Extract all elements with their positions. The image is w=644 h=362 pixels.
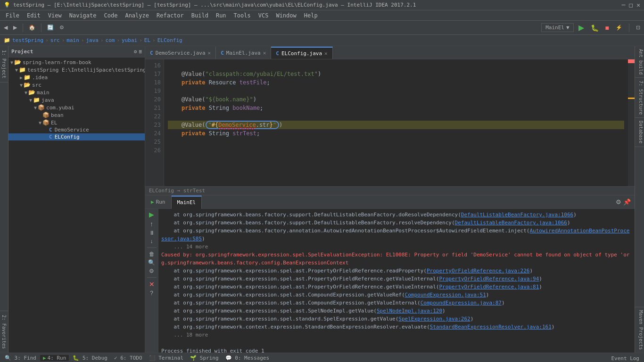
console-link-11[interactable]: SpelExpression.java:262 <box>398 316 470 322</box>
tree-item-testspring[interactable]: ▼ 📁 testSpring E:\IntellijSpace\testSpri… <box>8 66 145 74</box>
menu-vcs[interactable]: VCS <box>255 10 272 21</box>
bottom-run-btn[interactable]: ▶ 4: Run <box>40 355 69 361</box>
project-panel-expand[interactable]: ≡ <box>139 49 142 55</box>
console-link-7[interactable]: PropertyOrFieldReference.java:81 <box>439 284 539 290</box>
tree-item-elconfig[interactable]: ▶ C ELConfig <box>8 133 145 140</box>
menu-refactor[interactable]: Refactor <box>153 10 188 21</box>
project-panel: Project ⚙ ≡ ▼ 📂 spring-learn-from-book ▼… <box>8 46 145 353</box>
run-button[interactable]: ▶ <box>577 22 586 33</box>
menu-analyze[interactable]: Analyze <box>121 10 153 21</box>
layout-button[interactable]: ⊡ <box>634 24 642 32</box>
stop-button[interactable]: ■ <box>603 23 611 33</box>
sidebar-favorites-tab[interactable]: 2: Favorites <box>0 311 8 353</box>
breadcrumb-elconfig[interactable]: ELConfig <box>157 37 182 43</box>
bottom-debug-btn[interactable]: 🐛 5: Debug <box>70 355 110 361</box>
menu-file[interactable]: File <box>2 10 23 21</box>
menu-edit[interactable]: Edit <box>23 10 44 21</box>
console-link-2[interactable]: DefaultListableBeanFactory.java:1066 <box>455 220 567 226</box>
bottom-settings-btn[interactable]: ⚙ <box>616 198 621 206</box>
breadcrumb-yubai[interactable]: yubai <box>122 37 137 43</box>
breadcrumb-el[interactable]: EL <box>144 37 150 43</box>
bottom-find-btn[interactable]: 🔍 3: Find <box>2 355 39 361</box>
event-log-btn[interactable]: Event Log <box>608 355 642 362</box>
tab-demoservice-close[interactable]: ✕ <box>208 50 211 56</box>
tree-item-package[interactable]: ▼ 📦 com.yubai <box>8 104 145 111</box>
console-link-1[interactable]: DefaultListableBeanFactory.java:1066 <box>461 212 573 218</box>
breadcrumb-com[interactable]: com <box>106 37 115 43</box>
sidebar-project-tab[interactable]: 1: Project <box>0 46 8 82</box>
close-button[interactable]: ✕ <box>636 1 640 8</box>
console-link-6[interactable]: PropertyOrFieldReference.java:94 <box>439 276 539 282</box>
tree-item-idea[interactable]: ▶ 📁 .idea <box>8 74 145 81</box>
filter-btn[interactable]: 🔍 <box>148 259 155 266</box>
debug-button[interactable]: 🐛 <box>589 23 601 33</box>
settings-console-btn[interactable]: ⚙ <box>149 268 154 274</box>
code-editor: 16 17 18 19 20 21 22 23 24 25 26 @Value(… <box>145 59 635 186</box>
help-btn[interactable]: ? <box>150 290 153 296</box>
minimize-button[interactable]: ─ <box>622 1 626 8</box>
breadcrumb-testspring[interactable]: testSpring <box>12 37 43 43</box>
tree-item-el[interactable]: ▼ 📦 EL <box>8 119 145 126</box>
coverage-button[interactable]: ⚡ <box>614 24 624 32</box>
breadcrumb-src[interactable]: src <box>50 37 60 43</box>
bottom-pin-btn[interactable]: 📌 <box>623 198 631 206</box>
right-sidebar-ant[interactable]: Ant build <box>635 46 644 78</box>
console-link-9[interactable]: CompoundExpression.java:87 <box>421 300 502 306</box>
tab-elconfig-close[interactable]: ✕ <box>324 50 328 57</box>
pause-btn[interactable]: ⏸ <box>149 230 155 236</box>
tree-item-main[interactable]: ▼ 📂 main <box>8 89 145 96</box>
bottom-todo-btn[interactable]: ✓ 6: TODO <box>111 355 145 361</box>
toolbar-forward[interactable]: ▶ <box>11 24 19 32</box>
tree-item-java[interactable]: ▼ 📁 java <box>8 96 145 104</box>
toolbar-back[interactable]: ◀ <box>2 24 9 32</box>
title-bar-controls[interactable]: ─ □ ✕ <box>622 1 640 8</box>
breadcrumb-main[interactable]: main <box>66 37 79 43</box>
right-sidebar-maven[interactable]: Maven Projects <box>635 307 644 353</box>
toolbar-settings[interactable]: ⚙ <box>58 24 66 32</box>
bottom-tab-run[interactable]: ▶ Run <box>145 196 172 209</box>
toolbar-sync[interactable]: 🔄 <box>45 24 56 32</box>
tree-item-root[interactable]: ▼ 📂 spring-learn-from-book <box>8 58 145 66</box>
project-panel-gear[interactable]: ⚙ <box>134 49 137 55</box>
menu-tools[interactable]: Tools <box>230 10 255 21</box>
menu-view[interactable]: View <box>44 10 66 21</box>
scroll-up-btn[interactable]: ↑ <box>150 220 153 228</box>
toolbar-home[interactable]: 🏠 <box>27 24 37 32</box>
editor-breadcrumb: ELConfig → strTest <box>149 188 205 194</box>
tab-mainel-close[interactable]: ✕ <box>263 50 266 56</box>
console-line-11: at org.springframework.expression.spel.s… <box>161 315 632 323</box>
run-again-btn[interactable]: ▶ <box>149 211 154 218</box>
tab-mainel[interactable]: C MainEl.java ✕ <box>216 47 271 59</box>
menu-code[interactable]: Code <box>100 10 122 21</box>
tree-item-bean[interactable]: ▶ 📦 bean <box>8 111 145 119</box>
bottom-terminal-btn[interactable]: ⬛ Terminal <box>146 355 187 361</box>
console-link-10[interactable]: SpelNodeImpl.java:120 <box>377 308 442 314</box>
menu-build[interactable]: Build <box>188 10 212 21</box>
bottom-spring-btn[interactable]: 🌱 Spring <box>187 355 221 361</box>
run-config-selector[interactable]: MainEl ▼ <box>541 23 573 32</box>
tab-demoservice[interactable]: C DemoService.java ✕ <box>145 47 216 59</box>
console-link-5[interactable]: PropertyOrFieldReference.java:226 <box>427 268 530 274</box>
clear-console-btn[interactable]: 🗑 <box>149 251 155 257</box>
right-sidebar-database[interactable]: Database <box>635 118 644 147</box>
code-line-21: private String bookName; <box>168 104 624 112</box>
menu-navigate[interactable]: Navigate <box>66 10 100 21</box>
tab-elconfig[interactable]: C ELConfig.java ✕ <box>271 47 332 59</box>
bottom-tab-mainel[interactable]: MainEl <box>172 196 202 209</box>
console-output[interactable]: at org.springframework.beans.factory.sup… <box>158 209 635 353</box>
tree-item-demoservice[interactable]: ▶ C DemoService <box>8 126 145 133</box>
console-link-12[interactable]: StandardBeanExpressionResolver.java:161 <box>430 324 552 330</box>
menu-window[interactable]: Window <box>272 10 300 21</box>
right-sidebar-structure[interactable]: 7: Structure <box>635 78 644 118</box>
stop-run-btn[interactable]: ✕ <box>149 280 155 288</box>
code-content[interactable]: @Value("classpath:com/yubai/EL/test.txt"… <box>164 59 628 186</box>
maximize-button[interactable]: □ <box>629 1 633 8</box>
console-link-8[interactable]: CompoundExpression.java:51 <box>405 292 486 298</box>
bottom-tab-mainel-label: MainEl <box>177 199 196 206</box>
menu-run[interactable]: Run <box>212 10 230 21</box>
menu-help[interactable]: Help <box>300 10 322 21</box>
tree-item-src[interactable]: ▼ 📂 src <box>8 81 145 89</box>
breadcrumb-java[interactable]: java <box>86 37 99 43</box>
bottom-messages-btn[interactable]: 💬 0: Messages <box>223 355 272 361</box>
scroll-to-end-btn[interactable]: ↓ <box>150 238 153 245</box>
